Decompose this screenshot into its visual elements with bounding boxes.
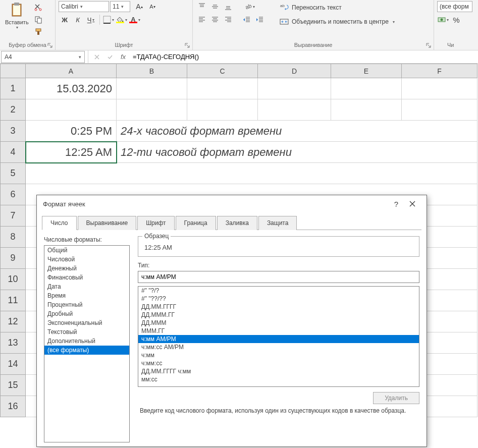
category-item[interactable]: Числовой [44, 255, 129, 264]
row-header[interactable]: 4 [1, 142, 26, 163]
cell[interactable] [331, 99, 402, 121]
merge-center-button[interactable]: Объединить и поместить в центре ▾ [277, 15, 398, 28]
cell[interactable]: 15.03.2020 [26, 78, 117, 99]
cell[interactable] [26, 163, 477, 184]
cell[interactable] [26, 99, 117, 121]
cell[interactable] [331, 78, 402, 99]
align-bottom-button[interactable] [222, 1, 234, 12]
dialog-tab-protection[interactable]: Защита [258, 216, 297, 230]
percent-button[interactable]: % [450, 14, 462, 25]
category-item[interactable]: Дополнительный [44, 337, 129, 346]
row-header[interactable]: 3 [1, 121, 26, 142]
row-header[interactable]: 1 [1, 78, 26, 99]
cell[interactable]: 0:25 PM [26, 121, 117, 142]
dialog-titlebar[interactable]: Формат ячеек ? [37, 195, 427, 212]
type-item[interactable]: ДД.ММ.ГГГГ [138, 303, 419, 311]
cell[interactable]: 12-ти часовой формат времени [117, 142, 477, 163]
dialog-tab-border[interactable]: Граница [176, 216, 216, 230]
cut-button[interactable] [33, 2, 44, 13]
cell[interactable] [402, 78, 477, 99]
row-header[interactable]: 2 [1, 99, 26, 121]
enter-formula-button[interactable] [104, 51, 116, 63]
decrease-indent-button[interactable] [241, 14, 253, 25]
category-item[interactable]: Финансовый [44, 273, 129, 282]
column-header[interactable]: E [331, 64, 402, 78]
row-header[interactable]: 9 [1, 248, 26, 269]
dialog-tab-alignment[interactable]: Выравнивание [78, 216, 137, 230]
decrease-font-button[interactable]: A▾ [146, 1, 158, 12]
category-item[interactable]: Время [44, 291, 129, 300]
type-item[interactable]: мм:сс [138, 375, 419, 383]
category-list[interactable]: ОбщийЧисловойДенежныйФинансовыйДатаВремя… [44, 245, 130, 442]
currency-button[interactable]: ▾ [437, 14, 449, 25]
type-item[interactable]: МММ.ГГ [138, 327, 419, 335]
category-item[interactable]: Общий [44, 246, 129, 255]
row-header[interactable]: 10 [1, 269, 26, 290]
type-item[interactable]: ч:мм:сс [138, 359, 419, 367]
cell[interactable] [187, 78, 258, 99]
dialog-tab-fill[interactable]: Заливка [217, 216, 257, 230]
cell[interactable] [117, 78, 187, 99]
type-item[interactable]: ДД.ММ.ГГГГ ч:мм [138, 367, 419, 375]
format-painter-button[interactable] [33, 26, 44, 37]
cell[interactable] [187, 99, 258, 121]
align-center-button[interactable] [209, 14, 221, 25]
cell[interactable] [402, 99, 477, 121]
insert-function-button[interactable]: fx [118, 51, 129, 63]
row-header[interactable]: 7 [1, 205, 26, 227]
category-item[interactable]: Экспоненциальный [44, 318, 129, 327]
dialog-tab-font[interactable]: Шрифт [137, 216, 174, 230]
column-header[interactable]: C [187, 64, 258, 78]
increase-font-button[interactable]: A▴ [133, 1, 145, 12]
row-header[interactable]: 13 [1, 332, 26, 354]
row-header[interactable]: 6 [1, 184, 26, 205]
cell[interactable] [258, 99, 331, 121]
category-item[interactable]: Денежный [44, 264, 129, 273]
align-top-button[interactable] [196, 1, 208, 12]
paste-button[interactable]: Вставить ▾ [3, 1, 31, 31]
cell[interactable] [258, 78, 331, 99]
bold-button[interactable]: Ж [59, 14, 71, 25]
category-item[interactable]: Процентный [44, 300, 129, 309]
type-item[interactable]: ДД.МММ.ГГ [138, 311, 419, 319]
category-item[interactable]: Дата [44, 282, 129, 291]
dialog-help-button[interactable]: ? [388, 196, 404, 212]
fill-color-button[interactable]: ▾ [116, 14, 128, 25]
font-size-combo[interactable]: 11 ▾ [110, 1, 130, 12]
number-format-combo[interactable]: (все форм [437, 1, 472, 12]
align-middle-button[interactable] [209, 1, 221, 12]
column-header[interactable]: A [26, 64, 117, 78]
row-header[interactable]: 14 [1, 354, 26, 375]
cell[interactable] [117, 99, 187, 121]
cancel-formula-button[interactable] [91, 51, 102, 63]
row-header[interactable]: 16 [1, 396, 26, 417]
cell-active[interactable]: 12:25 AM [26, 142, 117, 163]
type-item[interactable]: ч:мм:сс AM/PM [138, 343, 419, 351]
delete-button[interactable]: Удалить [373, 392, 419, 404]
type-item[interactable]: ч:мм [138, 351, 419, 359]
type-item[interactable]: ч:мм AM/PM [138, 335, 419, 343]
name-box[interactable]: A4 ▾ [1, 51, 85, 63]
row-header[interactable]: 12 [1, 311, 26, 332]
orientation-button[interactable]: ab ▾ [241, 1, 258, 12]
borders-button[interactable]: ▾ [102, 14, 115, 25]
column-header[interactable]: D [258, 64, 331, 78]
align-right-button[interactable] [222, 14, 234, 25]
column-header[interactable]: F [402, 64, 477, 78]
align-left-button[interactable] [196, 14, 208, 25]
alignment-dialog-launcher[interactable] [425, 42, 432, 49]
type-item[interactable]: ДД.МММ [138, 319, 419, 327]
font-name-combo[interactable]: Calibri ▾ [59, 1, 109, 12]
category-item[interactable]: Текстовый [44, 327, 129, 337]
row-header[interactable]: 5 [1, 163, 26, 184]
cell[interactable]: 24-х часовой формат времени [117, 121, 477, 142]
row-header[interactable]: 11 [1, 290, 26, 311]
category-item[interactable]: (все форматы) [44, 346, 129, 355]
type-list[interactable]: #" "?/?#" "??/??ДД.ММ.ГГГГДД.МММ.ГГДД.ММ… [138, 286, 419, 387]
type-item[interactable]: #" "?/? [138, 287, 419, 295]
font-color-button[interactable]: А ▾ [129, 14, 141, 25]
copy-button[interactable] [33, 14, 44, 25]
italic-button[interactable]: К [72, 14, 84, 25]
column-header[interactable]: B [117, 64, 187, 78]
underline-button[interactable]: Ч▾ [85, 14, 97, 25]
